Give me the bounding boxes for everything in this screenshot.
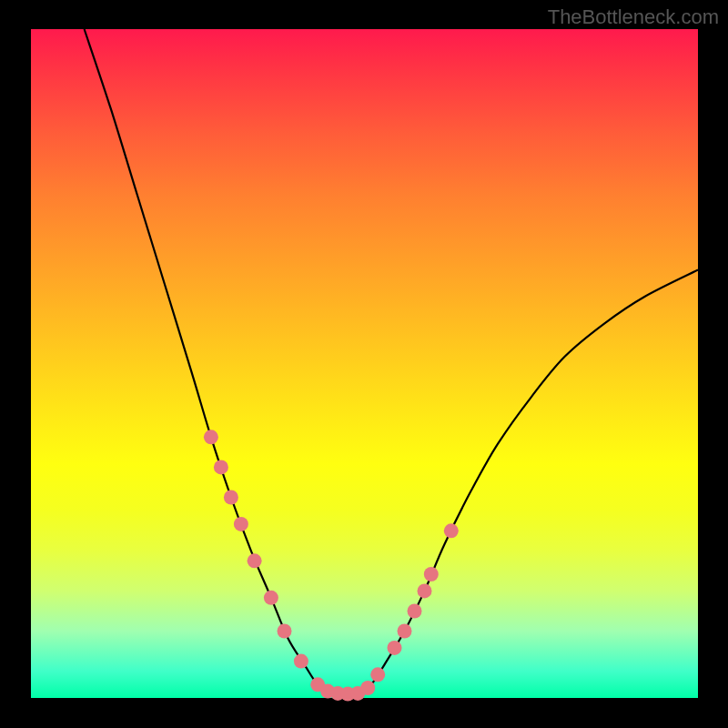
data-marker	[418, 583, 432, 598]
data-marker	[248, 553, 262, 568]
data-marker	[264, 591, 278, 605]
data-marker	[424, 567, 439, 581]
data-marker	[234, 517, 248, 531]
data-marker	[360, 681, 375, 695]
data-marker	[294, 654, 308, 669]
data-marker	[388, 641, 402, 655]
watermark-text: TheBottleneck.com	[548, 5, 719, 29]
data-marker	[398, 624, 412, 639]
data-marker	[214, 460, 228, 474]
bottleneck-curve-line	[85, 29, 698, 694]
data-marker	[408, 604, 422, 619]
data-marker	[444, 523, 459, 538]
chart-plot-area	[31, 29, 698, 698]
data-marker	[204, 430, 218, 444]
data-marker	[370, 667, 385, 682]
chart-svg	[31, 29, 698, 698]
data-markers	[204, 430, 459, 701]
data-marker	[224, 490, 238, 505]
data-marker	[278, 624, 292, 639]
